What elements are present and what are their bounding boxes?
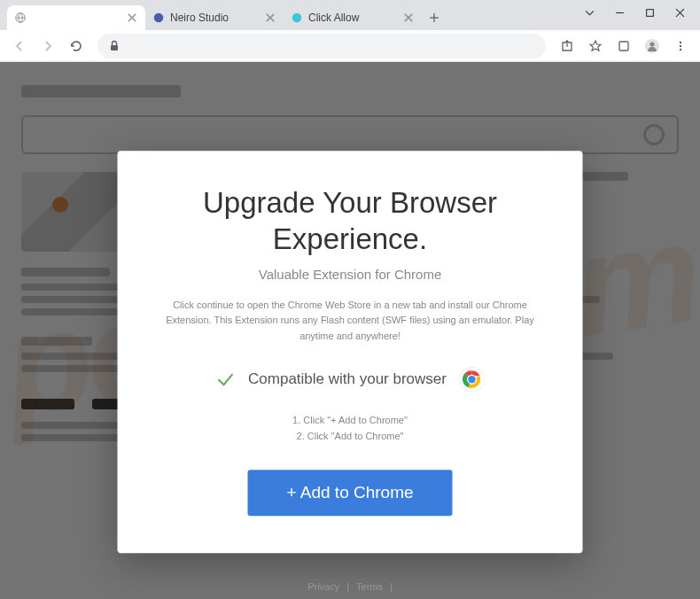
dropdown-button[interactable]: [574, 0, 604, 25]
modal-title: Upgrade Your Browser Experience.: [153, 184, 548, 258]
forward-button[interactable]: [35, 34, 60, 58]
extensions-button[interactable]: [611, 34, 636, 58]
svg-point-20: [649, 42, 654, 46]
neiro-icon: [152, 12, 165, 24]
svg-point-12: [292, 13, 302, 23]
tab-click-allow[interactable]: Click Allow: [284, 5, 422, 30]
new-tab-button[interactable]: [422, 5, 447, 30]
tab-active[interactable]: [7, 5, 145, 30]
close-tab-icon[interactable]: [126, 12, 138, 24]
globe-icon: [14, 12, 27, 24]
bookmark-button[interactable]: [583, 34, 608, 58]
modal-description: Click continue to open the Chrome Web St…: [153, 298, 548, 345]
svg-point-9: [154, 13, 164, 23]
svg-point-26: [469, 375, 476, 382]
edge-icon: [291, 12, 303, 24]
chrome-icon: [459, 366, 486, 393]
upgrade-modal: Upgrade Your Browser Experience. Valuabl…: [118, 151, 583, 553]
minimize-button[interactable]: [604, 0, 634, 25]
window-controls: [574, 0, 700, 25]
close-tab-icon[interactable]: [402, 12, 415, 24]
svg-point-21: [680, 41, 681, 43]
svg-point-23: [680, 48, 681, 50]
tab-neiro[interactable]: Neiro Studio: [145, 5, 284, 30]
svg-rect-17: [111, 45, 118, 51]
svg-point-22: [680, 44, 681, 46]
checkmark-icon: [214, 369, 236, 390]
step-1: 1. Click "+ Add to Chrome": [153, 412, 548, 429]
page-footer: Privacy | Terms |: [0, 574, 700, 599]
terms-link[interactable]: Terms: [356, 581, 383, 592]
browser-toolbar: [0, 30, 700, 62]
svg-rect-18: [619, 42, 628, 51]
compatibility-row: Compatible with your browser: [153, 366, 548, 393]
step-2: 2. Click "Add to Chrome": [153, 428, 548, 445]
reload-button[interactable]: [64, 34, 89, 58]
tab-title: Neiro Studio: [170, 12, 259, 24]
lock-icon: [108, 40, 121, 52]
close-window-button[interactable]: [665, 0, 695, 25]
close-tab-icon[interactable]: [264, 12, 276, 24]
profile-button[interactable]: [640, 34, 665, 58]
modal-subtitle: Valuable Extension for Chrome: [153, 267, 548, 282]
share-button[interactable]: [555, 34, 579, 58]
privacy-link[interactable]: Privacy: [307, 581, 339, 592]
compatible-text: Compatible with your browser: [248, 370, 447, 388]
page-content: pcrisk.com Upgrade Your Browser Experien…: [0, 62, 700, 599]
svg-rect-1: [646, 9, 653, 16]
install-steps: 1. Click "+ Add to Chrome" 2. Click "Add…: [153, 412, 548, 445]
maximize-button[interactable]: [634, 0, 665, 25]
add-to-chrome-button[interactable]: + Add to Chrome: [247, 470, 452, 516]
tab-title: Click Allow: [308, 12, 397, 24]
menu-button[interactable]: [668, 34, 693, 58]
address-bar[interactable]: [97, 34, 546, 58]
back-button[interactable]: [7, 34, 32, 58]
